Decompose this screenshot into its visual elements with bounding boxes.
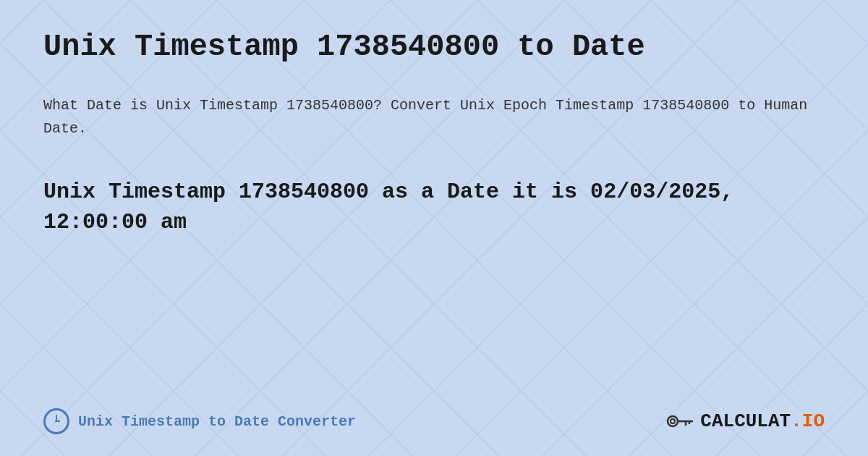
result-section: Unix Timestamp 1738540800 as a Date it i… (43, 177, 825, 237)
svg-point-4 (668, 416, 678, 426)
svg-point-5 (671, 419, 675, 423)
description-text: What Date is Unix Timestamp 1738540800? … (43, 94, 825, 140)
footer-left: Unix Timestamp to Date Converter (43, 408, 356, 434)
result-text: Unix Timestamp 1738540800 as a Date it i… (43, 177, 825, 237)
page-title: Unix Timestamp 1738540800 to Date (43, 29, 825, 65)
logo-highlight: .IO (791, 410, 825, 432)
footer: Unix Timestamp to Date Converter CALCULA… (43, 408, 825, 434)
footer-label: Unix Timestamp to Date Converter (78, 413, 356, 430)
logo-text: CALCULAT.IO (700, 410, 825, 432)
clock-icon (43, 408, 69, 434)
logo-main: CALCULAT (700, 410, 791, 432)
logo-icon (665, 410, 694, 433)
logo-section: CALCULAT.IO (665, 410, 825, 433)
